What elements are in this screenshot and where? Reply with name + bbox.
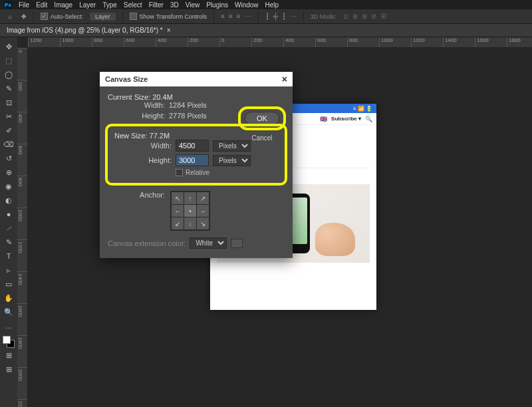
align-left-icon[interactable]: ≡: [221, 13, 225, 20]
width-units-select[interactable]: Pixels: [213, 140, 251, 152]
new-size-label: New Size: 77.2M: [114, 132, 278, 140]
anchor-e[interactable]: →: [197, 205, 209, 217]
status-icons: ≡ 📶 🔋: [353, 106, 372, 112]
zoom-tool-icon[interactable]: 🔍: [1, 305, 16, 319]
divider: [122, 11, 123, 22]
dist-vcenter-icon[interactable]: ╪: [273, 13, 278, 20]
menu-filter[interactable]: Filter: [149, 1, 164, 9]
3d-icon[interactable]: ⊘: [371, 13, 376, 20]
screen-mode-icon[interactable]: ⊞: [1, 362, 16, 376]
history-tool-icon[interactable]: ◉: [1, 180, 16, 193]
3d-icon[interactable]: ⊗: [362, 13, 367, 20]
dist-bottom-icon[interactable]: ┇: [282, 13, 286, 20]
3d-icon[interactable]: ⊕: [352, 13, 358, 20]
search-icon: 🔍: [365, 116, 372, 122]
height-input[interactable]: [176, 154, 209, 166]
canvas-area[interactable]: 1800160014001200100080060040020002004006…: [17, 37, 532, 407]
close-icon[interactable]: ×: [282, 74, 287, 84]
dialog-titlebar[interactable]: Canvas Size ×: [100, 72, 293, 86]
menu-layer[interactable]: Layer: [79, 1, 96, 9]
relative-checkbox[interactable]: [176, 169, 183, 176]
divider: [213, 11, 214, 22]
show-tc-checkbox[interactable]: [130, 13, 137, 20]
height-units-select[interactable]: Pixels: [213, 155, 251, 166]
pen-tool-icon[interactable]: ✎: [1, 235, 16, 249]
app-icon: Ps: [4, 1, 12, 9]
workspace: ✥ ⬚ ◯ ✎ ⊡ ✂ ✐ ⌫ ↺ ⊕ ◉ ◐ ● ⟋ ✎ T ▹ ▭ ✋ 🔍 …: [0, 37, 532, 407]
move-tool-icon[interactable]: ✥: [1, 40, 16, 53]
extension-color-label: Canvas extension color:: [108, 239, 186, 247]
anchor-c[interactable]: •: [184, 205, 196, 217]
anchor-nw[interactable]: ↖: [172, 192, 184, 204]
stamp-tool-icon[interactable]: ⊕: [1, 166, 16, 179]
more-tools-icon[interactable]: …: [1, 319, 16, 333]
quick-mask-icon[interactable]: ⊞: [1, 348, 16, 362]
subscribe-link: Subscribe ▾: [331, 116, 361, 122]
more-icon[interactable]: ⋯: [290, 13, 297, 20]
type-tool-icon[interactable]: T: [1, 249, 16, 263]
menu-select[interactable]: Select: [124, 1, 142, 9]
shape-tool-icon[interactable]: ▭: [1, 277, 16, 291]
path-tool-icon[interactable]: ▹: [1, 263, 16, 277]
eraser-tool-icon[interactable]: ◐: [1, 194, 16, 207]
horizontal-ruler: 1800160014001200100080060040020002004006…: [28, 37, 532, 48]
eyedropper-tool-icon[interactable]: ✐: [1, 124, 16, 137]
frame-tool-icon[interactable]: ✂: [1, 110, 16, 123]
menu-help[interactable]: Help: [265, 1, 279, 9]
auto-select-mode-dropdown[interactable]: Layer: [90, 13, 116, 21]
align-right-icon[interactable]: ≡: [237, 13, 241, 20]
flag-icon: 🇬🇧: [320, 116, 327, 122]
home-icon[interactable]: ⌂: [5, 12, 15, 21]
menu-window[interactable]: Window: [235, 1, 259, 9]
ok-button[interactable]: OK: [245, 112, 279, 125]
anchor-grid: ↖ ↑ ↗ ← • → ↙ ↓ ↘: [170, 191, 210, 231]
menu-type[interactable]: Type: [102, 1, 117, 9]
wand-tool-icon[interactable]: ✎: [1, 82, 16, 95]
auto-select-group: ✓ Auto-Select:: [41, 13, 83, 20]
3d-icon[interactable]: ⦿: [380, 13, 387, 20]
dist-top-icon[interactable]: ┇: [265, 13, 269, 20]
current-width-value: 1284 Pixels: [169, 101, 207, 109]
document-tab-title[interactable]: Image from iOS (4).png @ 25% (Layer 0, R…: [7, 27, 163, 34]
show-tc-label: Show Transform Controls: [140, 13, 207, 20]
more-icon[interactable]: ⋯: [245, 13, 251, 20]
fg-color-swatch[interactable]: [3, 336, 11, 344]
marquee-tool-icon[interactable]: ⬚: [1, 54, 16, 67]
divider: [303, 11, 304, 22]
anchor-n[interactable]: ↑: [184, 192, 196, 204]
gradient-tool-icon[interactable]: ●: [1, 207, 16, 221]
menu-edit[interactable]: Edit: [36, 1, 47, 9]
relative-label: Relative: [186, 169, 209, 176]
auto-select-checkbox[interactable]: ✓: [41, 13, 48, 20]
dialog-body: OK Cancel Current Size: 20.4M Width: 128…: [100, 86, 293, 258]
align-center-icon[interactable]: ≡: [229, 13, 233, 20]
brush-tool-icon[interactable]: ↺: [1, 152, 16, 165]
crop-tool-icon[interactable]: ⊡: [1, 96, 16, 109]
anchor-se[interactable]: ↘: [197, 217, 209, 229]
menu-plugins[interactable]: Plugins: [206, 1, 228, 9]
tools-panel: ✥ ⬚ ◯ ✎ ⊡ ✂ ✐ ⌫ ↺ ⊕ ◉ ◐ ● ⟋ ✎ T ▹ ▭ ✋ 🔍 …: [0, 37, 17, 407]
hand-tool-icon[interactable]: ✋: [1, 291, 16, 305]
anchor-s[interactable]: ↓: [184, 217, 196, 229]
width-label: Width:: [114, 142, 172, 150]
divider: [258, 11, 259, 22]
menu-image[interactable]: Image: [54, 1, 72, 9]
hand-graphic: [315, 223, 355, 256]
heal-tool-icon[interactable]: ⌫: [1, 138, 16, 151]
menu-view[interactable]: View: [186, 1, 200, 9]
color-swatch[interactable]: [3, 336, 15, 348]
menu-file[interactable]: File: [19, 1, 29, 9]
3d-mode-label: 3D Mode:: [311, 13, 336, 20]
anchor-sw[interactable]: ↙: [172, 217, 184, 229]
extension-color-swatch[interactable]: [231, 239, 243, 248]
extension-color-select[interactable]: White: [190, 237, 227, 249]
document-tab-close-icon[interactable]: ×: [167, 27, 171, 34]
anchor-ne[interactable]: ↗: [197, 192, 209, 204]
3d-icon[interactable]: ⊙: [343, 13, 348, 20]
anchor-w[interactable]: ←: [172, 205, 184, 217]
menu-3d[interactable]: 3D: [170, 1, 179, 9]
lasso-tool-icon[interactable]: ◯: [1, 68, 16, 81]
blur-tool-icon[interactable]: ⟋: [1, 221, 16, 235]
anchor-label: Anchor:: [108, 191, 165, 199]
width-input[interactable]: [176, 140, 209, 152]
